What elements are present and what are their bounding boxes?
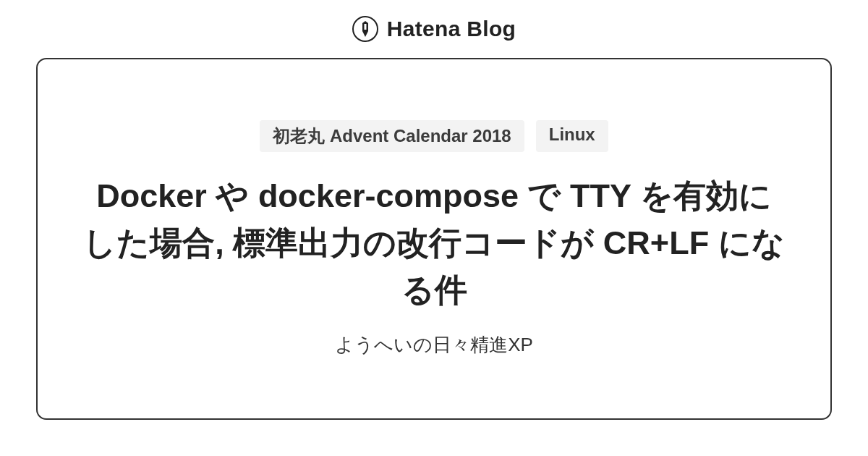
hatena-logo-icon bbox=[352, 16, 378, 42]
svg-rect-0 bbox=[364, 24, 366, 30]
tag-list: 初老丸 Advent Calendar 2018 Linux bbox=[260, 120, 608, 152]
blog-name[interactable]: ようへいの日々精進XP bbox=[335, 332, 533, 358]
tag[interactable]: Linux bbox=[536, 120, 608, 152]
article-card: 初老丸 Advent Calendar 2018 Linux Docker や … bbox=[36, 58, 832, 420]
tag[interactable]: 初老丸 Advent Calendar 2018 bbox=[260, 120, 524, 152]
article-title: Docker や docker-compose で TTY を有効にした場合, … bbox=[81, 172, 787, 314]
brand-name: Hatena Blog bbox=[387, 17, 516, 41]
site-header: Hatena Blog bbox=[0, 0, 868, 58]
